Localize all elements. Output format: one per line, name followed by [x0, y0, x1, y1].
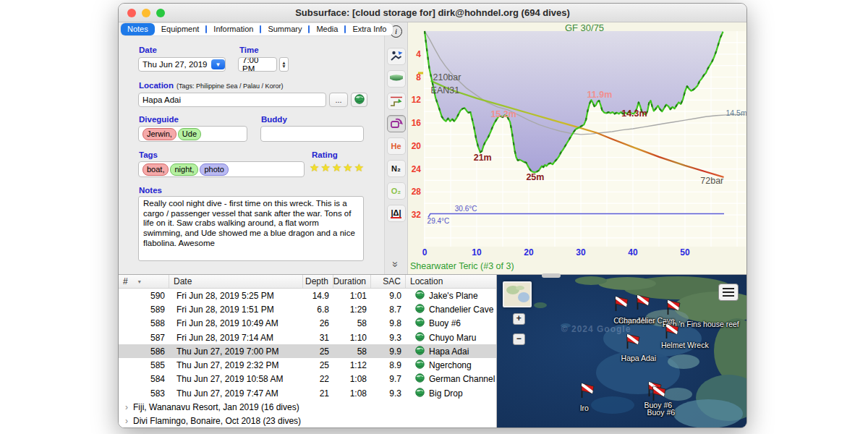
location-tags-hint: (Tags: Philippine Sea / Palau / Koror): [176, 82, 284, 90]
svg-text:Shearwater Teric (#3 of 3): Shearwater Teric (#3 of 3): [410, 261, 514, 271]
location-more-button[interactable]: ...: [329, 93, 348, 107]
trip-row[interactable]: ›Divi Flamingo, Bonaire, Oct 2018 (23 di…: [119, 414, 496, 428]
calculated-ceiling-button[interactable]: [387, 48, 406, 65]
notes-panel: NotesEquipmentInformationSummaryMediaExt…: [119, 22, 384, 274]
diveguide-tag-pill[interactable]: Jerwin,: [142, 128, 176, 140]
dive-profile-chart[interactable]: 4812162024283201020304050210barEAN3115.2…: [407, 22, 746, 274]
tag-pill[interactable]: night,: [170, 163, 198, 176]
dive-flag-icon[interactable]: [634, 294, 652, 311]
dive-row-585[interactable]: 585Thu Jun 27, 2019 2:32 PM251:128.9Nger…: [119, 358, 496, 372]
location-globe-button[interactable]: [351, 93, 367, 107]
notes-textarea[interactable]: Really cool night dive - first time on t…: [138, 196, 364, 261]
dive-row-587[interactable]: 587Fri Jun 28, 2019 7:14 AM311:109.3Chuy…: [119, 331, 496, 344]
dive-sites-map[interactable]: + − © 2024 Google Chuyo Maru Chandelier …: [496, 275, 746, 428]
column-header-duration[interactable]: Duration: [333, 275, 371, 288]
location-value: Hapa Adai: [142, 95, 181, 104]
dive-flag-icon[interactable]: [663, 323, 681, 340]
dive-row-584[interactable]: 584Thu Jun 27, 2019 10:58 AM221:089.7Ger…: [119, 373, 496, 386]
dive-row-588[interactable]: 588Fri Jun 28, 2019 10:49 AM26589.8Buoy …: [119, 317, 496, 331]
svg-text:10: 10: [472, 247, 482, 258]
map-zoom-in-button[interactable]: +: [513, 313, 525, 325]
column-header-depth[interactable]: Depth: [303, 275, 333, 288]
ruler-toggle-button[interactable]: |Δ|: [387, 205, 406, 222]
star-icon[interactable]: ★: [332, 161, 343, 174]
dive-flag-icon[interactable]: [579, 382, 596, 399]
date-label: Date: [139, 46, 157, 54]
tab-equipment[interactable]: Equipment: [155, 23, 206, 35]
dive-flag-icon[interactable]: [624, 333, 642, 350]
tag-pill[interactable]: boat,: [142, 163, 169, 176]
star-icon[interactable]: ★: [310, 161, 320, 174]
ruler-icon: |Δ|: [391, 209, 401, 218]
trip-row[interactable]: ›Fiji, Wananavu Resort, Jan 2019 (16 div…: [119, 400, 496, 414]
minimize-window-button[interactable]: [142, 9, 150, 17]
ceiling-shade-button[interactable]: [387, 70, 406, 88]
pane-splitter-handle[interactable]: [542, 273, 561, 278]
dive-profile-svg: 4812162024283201020304050210barEAN3115.2…: [408, 22, 747, 274]
dive-row-590[interactable]: 590Fri Jun 28, 2019 5:25 PM14.91:019.0Ja…: [119, 289, 496, 302]
column-header-location[interactable]: Location: [406, 275, 496, 288]
dive-site-label: Helmet Wreck: [661, 341, 709, 349]
disclosure-chevron-icon[interactable]: ›: [125, 416, 128, 426]
dive-site-label: Hapa Adai: [621, 354, 656, 362]
globe-icon: [415, 304, 425, 315]
svg-text:20: 20: [524, 247, 534, 258]
dive-flag-icon[interactable]: [650, 385, 668, 402]
tab-notes[interactable]: Notes: [121, 23, 155, 35]
rating-stars[interactable]: ★★★★★: [310, 161, 365, 174]
map-zoom-out-button[interactable]: −: [513, 333, 525, 345]
date-picker[interactable]: Thu Jun 27, 2019 ▼: [138, 57, 226, 72]
dive-row-583[interactable]: 583Thu Jun 27, 2019 7:47 AM211:089.3Big …: [119, 386, 496, 400]
svg-text:11.9m: 11.9m: [587, 90, 613, 100]
time-input[interactable]: 7:00 PM: [238, 57, 277, 72]
rating-label: Rating: [312, 150, 338, 159]
column-header-sac[interactable]: SAC: [371, 275, 406, 288]
diveguide-tag-pill[interactable]: Ude: [178, 128, 201, 140]
close-window-button[interactable]: [127, 9, 136, 17]
globe-icon: [354, 94, 365, 106]
notes-label: Notes: [139, 186, 162, 195]
dive-flag-icon[interactable]: [613, 295, 630, 312]
column-header-num[interactable]: #▾: [119, 275, 169, 288]
star-icon[interactable]: ★: [343, 161, 354, 174]
tab-information[interactable]: Information: [207, 23, 260, 35]
ceiling-graph-icon: [389, 94, 404, 109]
buddy-input[interactable]: [260, 126, 364, 142]
minimap[interactable]: [503, 281, 532, 307]
oxygen-toggle-button[interactable]: O₂: [387, 182, 406, 200]
svg-text:32: 32: [412, 210, 422, 220]
chevron-down-icon[interactable]: ▼: [211, 59, 225, 69]
maximize-window-button[interactable]: [156, 9, 165, 17]
tab-summary[interactable]: Summary: [261, 23, 308, 35]
column-header-date[interactable]: Date: [169, 275, 303, 288]
dc-ceiling-button[interactable]: [387, 93, 406, 110]
tab-media[interactable]: Media: [310, 23, 344, 35]
helium-toggle-button[interactable]: He: [387, 137, 406, 155]
dive-row-586[interactable]: 586Thu Jun 27, 2019 7:00 PM25589.9Hapa A…: [119, 344, 496, 358]
svg-text:21m: 21m: [474, 153, 492, 163]
time-value: 7:00 PM: [242, 57, 273, 72]
svg-text:25m: 25m: [526, 172, 544, 182]
dive-table-header[interactable]: #▾DateDepthDurationSACLocation: [119, 275, 496, 289]
tab-bar: NotesEquipmentInformationSummaryMediaExt…: [121, 23, 393, 35]
time-stepper[interactable]: ▲▼: [279, 57, 289, 72]
map-menu-button[interactable]: [718, 284, 739, 301]
dive-row-589[interactable]: 589Fri Jun 28, 2019 1:51 PM6.81:298.7Cha…: [119, 302, 496, 316]
tag-pill[interactable]: photo: [200, 163, 229, 176]
diveguide-input[interactable]: Jerwin,Ude: [138, 126, 247, 142]
dive-flag-icon[interactable]: [665, 299, 682, 316]
globe-icon: [415, 290, 425, 302]
svg-text:30.6°C: 30.6°C: [455, 205, 477, 213]
nitrogen-toggle-button[interactable]: N₂: [387, 160, 406, 177]
disclosure-chevron-icon[interactable]: ›: [125, 402, 128, 412]
events-toggle-button[interactable]: [387, 115, 406, 132]
globe-icon: [415, 332, 425, 344]
svg-text:8: 8: [416, 72, 421, 82]
collapse-chevrons-icon[interactable]: »: [390, 261, 402, 267]
star-icon[interactable]: ★: [354, 161, 365, 174]
location-input[interactable]: Hapa Adai: [138, 93, 326, 107]
star-icon[interactable]: ★: [320, 161, 331, 174]
tags-input[interactable]: boat,night,photo: [138, 161, 305, 177]
svg-text:210bar: 210bar: [433, 72, 461, 82]
tab-extra-info[interactable]: Extra Info: [346, 23, 393, 35]
